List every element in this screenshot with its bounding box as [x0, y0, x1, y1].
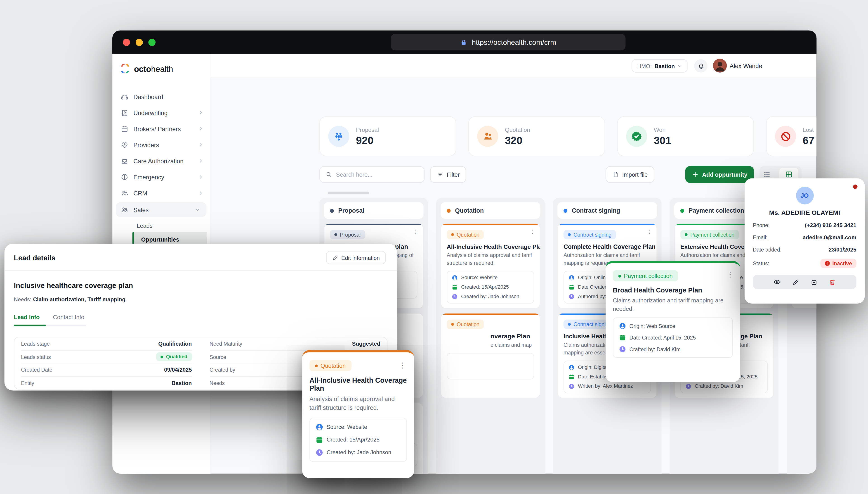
contact-row-status: Status: ! Inactive	[753, 259, 856, 268]
sidebar-item-providers[interactable]: Providers	[112, 137, 210, 153]
kebab-menu-icon[interactable]: ⋮	[413, 229, 418, 235]
tab-lead-info[interactable]: Lead Info	[14, 314, 40, 320]
maximize-window-icon[interactable]	[148, 39, 156, 46]
card-title: Complete Health Coverage Plan	[564, 243, 651, 250]
status-badge: Payment collection	[680, 230, 739, 239]
payment-collection-popup: ⋮ Payment collection Broad Health Covera…	[606, 261, 740, 382]
card-title: All-Inclusive Health Coverage Plan	[310, 377, 407, 392]
chevron-right-icon	[198, 142, 203, 147]
pencil-icon[interactable]	[792, 279, 799, 286]
won-stat-icon	[626, 126, 647, 147]
kanban-card[interactable]: Quotation overage Plan e claims and map	[440, 313, 540, 398]
trash-icon[interactable]	[829, 279, 836, 286]
field-row: Created Date 09/04/2025	[21, 363, 192, 377]
quotation-card-popup: ⋮ Quotation All-Inclusive Health Coverag…	[302, 350, 414, 478]
status-badge: Quotation	[310, 360, 351, 371]
status-badge: Contract signing	[564, 230, 616, 239]
card-info-box: Source: Website Created: 15/Apr/2025 Cre…	[447, 270, 534, 303]
column-dot-icon	[447, 209, 451, 212]
bag-icon[interactable]	[810, 279, 817, 286]
kebab-menu-icon[interactable]: ⋮	[399, 361, 407, 369]
search-input[interactable]	[336, 171, 418, 178]
sidebar-item-underwriting[interactable]: Underwriting	[112, 105, 210, 121]
stat-card-lost: Lost 67	[766, 116, 816, 156]
quotation-stat-icon	[477, 126, 498, 147]
list-view-icon[interactable]	[763, 171, 771, 178]
column-header[interactable]: Proposal	[324, 202, 423, 219]
chevron-right-icon	[198, 174, 203, 179]
alert-icon: !	[825, 261, 830, 266]
card-description: Claims authorization and tariff mapping …	[613, 296, 733, 313]
pencil-icon	[332, 254, 338, 261]
sidebar-item-crm[interactable]: CRM	[112, 185, 210, 201]
sidebar-item-sales[interactable]: Sales	[116, 202, 206, 217]
user-avatar[interactable]	[713, 59, 727, 73]
file-icon	[612, 171, 619, 178]
clock-icon	[569, 293, 575, 300]
column-header[interactable]: Contract signing	[557, 202, 657, 219]
card-description: Analysis of claims approval and tariff s…	[447, 251, 534, 267]
card-info-row: Created: 15/Apr/2025	[316, 436, 401, 443]
octohealth-logo-icon	[120, 63, 131, 74]
tab-contact-info[interactable]: Contact Info	[53, 314, 84, 320]
sidebar-item-care-authorization[interactable]: Care Authorization	[112, 153, 210, 169]
filter-button[interactable]: Filter	[430, 166, 466, 183]
minimize-window-icon[interactable]	[136, 39, 143, 46]
contact-avatar: JO	[796, 187, 813, 204]
kanban-card[interactable]: ⋮ Quotation All-Inclusive Health Coverag…	[440, 223, 540, 308]
card-info-row: Date Created: April 15, 2025	[619, 334, 727, 342]
status-badge: Quotation	[447, 230, 484, 239]
sidebar-item-leads[interactable]: Leads	[112, 218, 210, 232]
inactive-dot-icon	[853, 185, 857, 189]
column-dot-icon	[330, 209, 334, 212]
kebab-menu-icon[interactable]: ⋮	[647, 229, 652, 235]
sidebar-item-emergency[interactable]: Emergency	[112, 169, 210, 185]
card-info-row: Created: 15/Apr/2025	[452, 284, 529, 290]
plus-icon	[692, 171, 699, 178]
lock-icon	[460, 38, 468, 46]
brain-icon	[121, 173, 129, 181]
add-opportunity-button[interactable]: Add oppurtunity	[686, 166, 754, 183]
field-row: Need Maturity Suggested	[210, 337, 380, 350]
origin-icon	[316, 423, 323, 431]
import-file-button[interactable]: Import file	[606, 166, 654, 183]
lead-details-header: Lead details Edit information	[4, 244, 397, 271]
origin-icon	[569, 274, 575, 281]
column-quotation: Quotation ⋮ Quotation All-Inclusive Heal…	[436, 198, 545, 474]
chevron-right-icon	[198, 190, 203, 195]
contact-row-email: Email: adedire.0@mail.com	[753, 234, 856, 241]
users-icon	[121, 189, 129, 197]
user-name: Alex Wande	[730, 63, 810, 69]
stat-value: 320	[505, 134, 530, 147]
grid-view-icon	[785, 171, 793, 178]
lost-stat-icon	[775, 126, 796, 147]
kebab-menu-icon[interactable]: ⋮	[530, 229, 535, 235]
users-icon	[121, 206, 129, 213]
eye-icon[interactable]	[773, 278, 781, 286]
stat-value: 920	[356, 134, 379, 147]
lead-needs: Needs:Claim authorization, Tariff mappin…	[14, 296, 397, 302]
card-info-box: Source: Website Created: 15/Apr/2025 Cre…	[310, 418, 407, 462]
edit-information-button[interactable]: Edit information	[326, 251, 386, 264]
brand-logo: octohealth	[112, 54, 210, 74]
tab-underline	[14, 325, 86, 326]
stat-card-won: Won 301	[617, 116, 754, 156]
hmo-select[interactable]: HMO: Bastion	[632, 59, 688, 73]
status-badge: ! Inactive	[820, 259, 856, 268]
url-bar[interactable]: https://octohealth.com/crm	[391, 34, 626, 50]
status-badge: Proposal	[330, 230, 365, 239]
board-scrollbar[interactable]	[328, 192, 369, 194]
sidebar-item-dashboard[interactable]: Dashboard	[112, 89, 210, 105]
stat-value: 301	[654, 134, 671, 147]
top-bar: HMO: Bastion Alex Wande	[211, 54, 817, 78]
sidebar-item-brokers-partners[interactable]: Brokers/ Partners	[112, 121, 210, 137]
column-header[interactable]: Quotation	[440, 202, 540, 219]
calendar-icon	[452, 284, 458, 290]
card-title-fragment: overage Plan	[491, 333, 534, 340]
kebab-menu-icon[interactable]: ⋮	[727, 271, 733, 279]
notifications-button[interactable]	[694, 59, 708, 73]
inbox-tray-icon	[121, 157, 129, 165]
proposal-stat-icon	[328, 126, 349, 147]
close-window-icon[interactable]	[123, 39, 130, 46]
stat-card-proposal: Proposal 920	[319, 116, 456, 156]
